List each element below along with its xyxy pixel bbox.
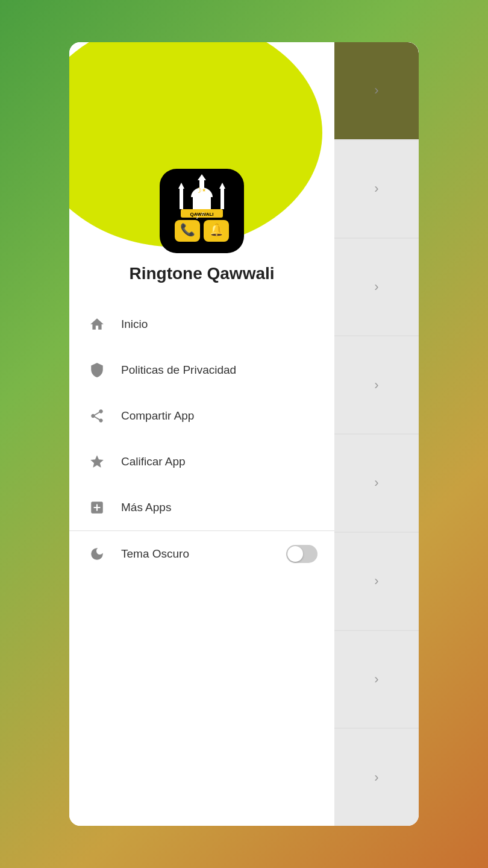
header-area: ☽ ★ QAWWALI 📞 🔔 ♪ ♫ Ringt xyxy=(69,42,334,295)
sidebar-item-1[interactable]: › xyxy=(334,42,419,140)
sidebar-item-6[interactable]: › xyxy=(334,533,419,631)
chevron-right-icon-7: › xyxy=(374,671,378,687)
sidebar-item-7[interactable]: › xyxy=(334,631,419,729)
menu-label-more-apps: Más Apps xyxy=(121,501,171,514)
plus-square-icon xyxy=(86,497,108,518)
chevron-right-icon-1: › xyxy=(374,83,378,98)
menu-list: Inicio Politicas de Privacidad Compartir… xyxy=(69,295,334,826)
chevron-right-icon-8: › xyxy=(374,770,378,785)
chevron-right-icon-5: › xyxy=(374,475,378,491)
svg-rect-3 xyxy=(193,197,211,209)
svg-text:🔔: 🔔 xyxy=(209,222,224,237)
menu-item-share[interactable]: Compartir App xyxy=(69,393,334,439)
toggle-knob xyxy=(287,546,303,562)
menu-label-inicio: Inicio xyxy=(121,318,148,331)
shield-icon xyxy=(86,359,108,381)
menu-label-rate: Calificar App xyxy=(121,455,186,468)
main-card: ☽ ★ QAWWALI 📞 🔔 ♪ ♫ Ringt xyxy=(69,42,419,826)
home-icon xyxy=(86,313,108,335)
toggle-row-dark-theme[interactable]: Tema Oscuro xyxy=(69,531,334,577)
right-sidebar: › › › › › › › › xyxy=(334,42,419,826)
sidebar-item-5[interactable]: › xyxy=(334,435,419,533)
sidebar-item-4[interactable]: › xyxy=(334,336,419,435)
svg-text:★: ★ xyxy=(202,187,206,193)
star-icon xyxy=(86,451,108,473)
svg-text:📞: 📞 xyxy=(180,222,195,237)
menu-label-privacy: Politicas de Privacidad xyxy=(121,363,236,377)
svg-text:☽: ☽ xyxy=(195,186,202,195)
app-title: Ringtone Qawwali xyxy=(129,264,274,283)
menu-item-more-apps[interactable]: Más Apps xyxy=(69,485,334,530)
svg-rect-6 xyxy=(180,187,183,209)
svg-rect-8 xyxy=(221,187,224,209)
logo-svg: ☽ ★ QAWWALI 📞 🔔 ♪ ♫ xyxy=(163,172,241,250)
svg-text:♪: ♪ xyxy=(196,213,199,220)
menu-label-share: Compartir App xyxy=(121,409,194,423)
dark-theme-label: Tema Oscuro xyxy=(121,547,286,561)
share-icon xyxy=(86,405,108,427)
app-logo: ☽ ★ QAWWALI 📞 🔔 ♪ ♫ xyxy=(160,169,244,253)
menu-item-rate[interactable]: Calificar App xyxy=(69,439,334,485)
sidebar-item-2[interactable]: › xyxy=(334,140,419,239)
dark-theme-toggle[interactable] xyxy=(286,545,318,563)
sidebar-item-3[interactable]: › xyxy=(334,239,419,337)
svg-text:♫: ♫ xyxy=(201,210,205,216)
moon-icon xyxy=(86,543,108,565)
sidebar-item-8[interactable]: › xyxy=(334,729,419,826)
left-panel: ☽ ★ QAWWALI 📞 🔔 ♪ ♫ Ringt xyxy=(69,42,334,826)
chevron-right-icon-4: › xyxy=(374,377,378,393)
chevron-right-icon-2: › xyxy=(374,181,378,197)
menu-item-privacy[interactable]: Politicas de Privacidad xyxy=(69,347,334,393)
chevron-right-icon-6: › xyxy=(374,573,378,589)
chevron-right-icon-3: › xyxy=(374,279,378,295)
menu-item-inicio[interactable]: Inicio xyxy=(69,301,334,347)
